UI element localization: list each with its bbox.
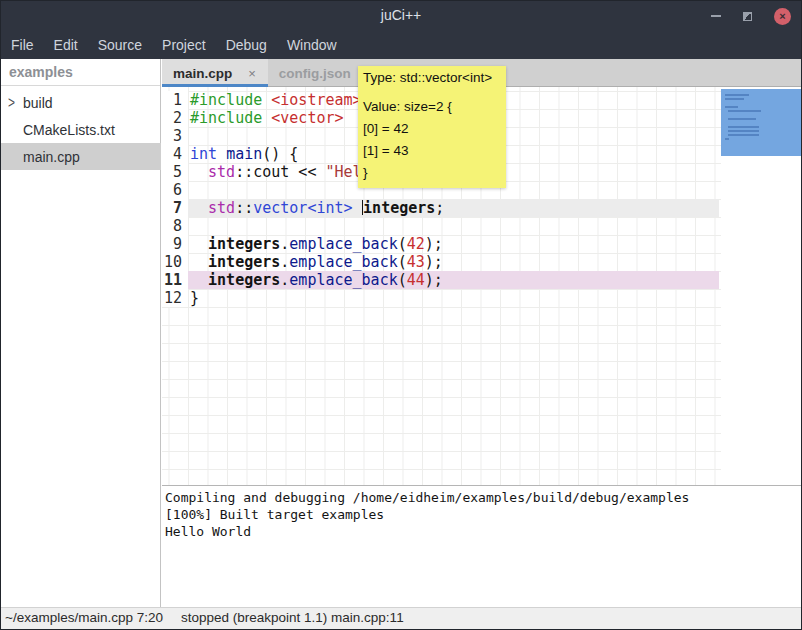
code-line[interactable]: integers.emplace_back(42);	[188, 235, 719, 253]
menu-edit[interactable]: Edit	[44, 31, 88, 59]
tooltip-value-line: }	[363, 162, 500, 184]
code-line[interactable]	[188, 217, 719, 235]
code-token: 43	[407, 253, 425, 271]
code-token: () {	[262, 145, 298, 163]
line-number[interactable]: 3	[162, 127, 188, 145]
line-number[interactable]: 4	[162, 145, 188, 163]
line-number[interactable]: 11	[162, 271, 188, 289]
code-token: .	[280, 253, 289, 271]
tooltip-value-line: [0] = 42	[363, 118, 500, 140]
line-number[interactable]: 5	[162, 163, 188, 181]
code-token: vector<int>	[253, 199, 352, 217]
code-token: main	[226, 145, 262, 163]
minimap-code-mark	[725, 106, 738, 108]
code-token: #include	[190, 109, 262, 127]
code-token: .	[280, 271, 289, 289]
restore-icon[interactable]	[743, 12, 752, 21]
code-token	[190, 199, 208, 217]
titlebar[interactable]: juCi++ ×	[1, 1, 801, 31]
menu-debug[interactable]: Debug	[216, 31, 277, 59]
code-line[interactable]: }	[188, 289, 719, 307]
tree-item-label: CMakeLists.txt	[23, 122, 115, 138]
code-token: ::cout <<	[235, 163, 325, 181]
code-token: integers	[208, 253, 280, 271]
tab-label: main.cpp	[173, 66, 232, 81]
code-token: );	[425, 235, 443, 253]
code-line[interactable]: std::vector<int> integers;	[188, 199, 719, 217]
minimap-code-mark	[728, 134, 759, 136]
code-token: (	[398, 253, 407, 271]
sidebar-item-main-cpp[interactable]: main.cpp	[1, 143, 161, 170]
minimap-code-mark	[728, 118, 756, 120]
tree-item-label: build	[23, 95, 53, 111]
minimap-viewport[interactable]	[721, 89, 801, 156]
tab-close-icon[interactable]: ×	[248, 66, 256, 81]
minimap-code-mark	[725, 138, 729, 140]
code-line[interactable]: integers.emplace_back(44);	[188, 271, 719, 289]
code-token: std	[208, 199, 235, 217]
tab-label: config.json	[279, 66, 351, 81]
code-token: (	[398, 235, 407, 253]
minimap-code-mark	[728, 130, 759, 132]
tree-item-label: main.cpp	[23, 149, 80, 165]
line-number[interactable]: 8	[162, 217, 188, 235]
sidebar-item-build[interactable]: > build	[1, 89, 161, 116]
debug-value-tooltip: Type: std::vector<int> Value: size=2 { […	[358, 66, 506, 188]
console-line: Compiling and debugging /home/eidheim/ex…	[165, 489, 801, 506]
tooltip-type-line: Type: std::vector<int>	[363, 69, 500, 87]
line-number[interactable]: 7	[162, 199, 188, 217]
code-token: int	[190, 145, 217, 163]
minimize-icon[interactable]	[711, 15, 721, 17]
window-controls: ×	[711, 1, 791, 31]
code-token: integers	[363, 199, 435, 217]
code-token: <iostream>	[271, 91, 361, 109]
juci-window: juCi++ × File Edit Source Project Debug …	[0, 0, 802, 630]
close-icon[interactable]: ×	[774, 8, 791, 25]
sidebar-item-cmakelists[interactable]: CMakeLists.txt	[1, 116, 161, 143]
content-area: examples > build CMakeLists.txt main.cpp…	[1, 59, 801, 607]
line-number[interactable]: 12	[162, 289, 188, 307]
code-token: ;	[435, 199, 444, 217]
code-token: integers	[208, 235, 280, 253]
line-number[interactable]: 2	[162, 109, 188, 127]
line-number[interactable]: 6	[162, 181, 188, 199]
menu-source[interactable]: Source	[88, 31, 152, 59]
minimap[interactable]	[721, 87, 801, 485]
code-token: emplace_back	[289, 271, 397, 289]
tab-config-json[interactable]: config.json	[268, 59, 363, 87]
code-token	[217, 145, 226, 163]
code-token: (	[398, 271, 407, 289]
status-debug-state: stopped (breakpoint 1.1) main.cpp:11	[181, 610, 404, 625]
tooltip-value-line: [1] = 43	[363, 140, 500, 162]
status-file-position: ~/examples/main.cpp 7:20	[5, 610, 163, 625]
minimap-code-mark	[728, 126, 759, 128]
chevron-right-icon[interactable]: >	[8, 93, 22, 111]
minimap-code-mark	[725, 98, 744, 100]
code-token: std	[208, 163, 235, 181]
code-token: <vector>	[271, 109, 343, 127]
code-token	[262, 91, 271, 109]
code-token	[190, 253, 208, 271]
line-number[interactable]: 10	[162, 253, 188, 271]
code-token	[262, 109, 271, 127]
code-line[interactable]: integers.emplace_back(43);	[188, 253, 719, 271]
line-number[interactable]: 1	[162, 91, 188, 109]
tooltip-value-line: Value: size=2 {	[363, 96, 500, 118]
console-line: Hello World	[165, 523, 801, 540]
line-number[interactable]: 9	[162, 235, 188, 253]
menu-window[interactable]: Window	[277, 31, 347, 59]
code-token: ::	[235, 199, 253, 217]
build-console[interactable]: Compiling and debugging /home/eidheim/ex…	[162, 485, 801, 607]
code-token: emplace_back	[289, 253, 397, 271]
menu-project[interactable]: Project	[152, 31, 216, 59]
code-token	[190, 163, 208, 181]
code-token	[353, 199, 362, 217]
code-token: 44	[407, 271, 425, 289]
statusbar: ~/examples/main.cpp 7:20 stopped (breakp…	[1, 607, 801, 629]
tab-main-cpp[interactable]: main.cpp ×	[162, 59, 268, 87]
file-tree-sidebar: examples > build CMakeLists.txt main.cpp	[1, 59, 161, 607]
menu-file[interactable]: File	[1, 31, 44, 59]
window-title: juCi++	[1, 7, 801, 23]
code-token	[190, 271, 208, 289]
minimap-code-mark	[728, 110, 761, 112]
